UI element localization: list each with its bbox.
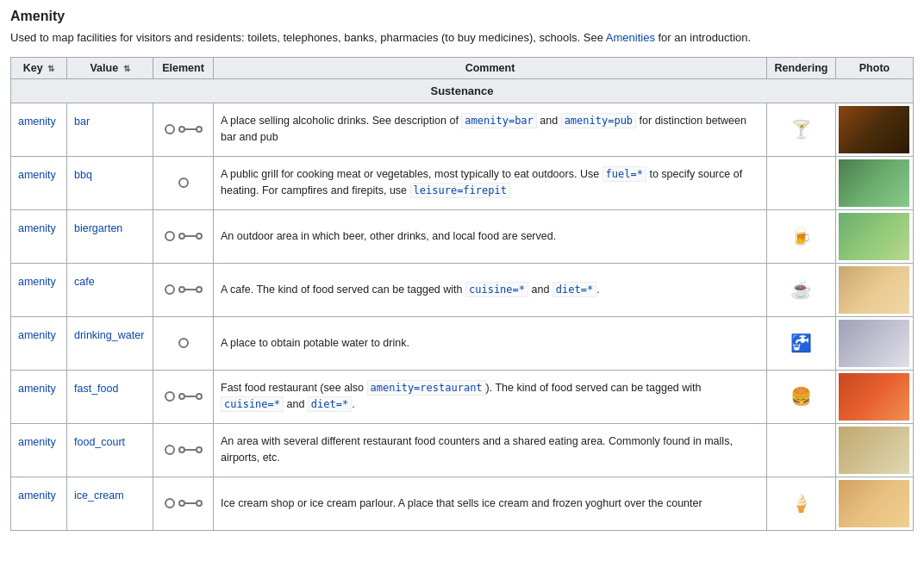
value-cell: cafe [67,263,153,316]
bar-render-icon: 🍸 [790,120,812,139]
fast-food-value-link[interactable]: fast_food [74,383,118,395]
ice-cream-photo [839,480,909,527]
value-cell: ice_cream [67,477,153,530]
table-row: amenity ice_cream Ice cream shop or ice … [11,477,914,530]
rendering-cell [767,423,836,477]
node-icon [165,284,175,295]
drinking-water-photo [839,320,909,367]
value-cell: biergarten [67,209,153,263]
key-cell: amenity [11,316,67,370]
amenity-key-link[interactable]: amenity [18,276,56,288]
element-cell [153,370,214,423]
photo-cell [836,156,914,209]
amenity-key-link[interactable]: amenity [18,383,56,395]
diet-ff-link[interactable]: diet=* [308,396,352,412]
cafe-render-icon: ☕ [790,280,812,299]
page-intro: Used to map facilities for visitors and … [10,29,914,47]
key-cell: amenity [11,370,67,423]
cuisine-ff-link[interactable]: cuisine=* [221,396,284,412]
biergarten-photo [839,213,909,260]
element-cell [153,477,214,530]
amenities-link[interactable]: Amenities [606,31,655,44]
rendering-header: Rendering [767,57,836,78]
amenity-key-link[interactable]: amenity [18,222,56,234]
rendering-cell: ☕ [767,263,836,316]
photo-cell [836,103,914,156]
comment-cell: An area with several different restauran… [214,423,767,477]
ice-cream-value-link[interactable]: ice_cream [74,489,124,502]
node-icon [165,498,175,508]
way-icon [178,390,203,402]
way-icon [178,230,203,242]
element-cell [153,316,214,370]
rendering-cell: 🚰 [767,316,836,370]
table-row: amenity bar A place selling alcoholic dr… [11,103,914,156]
bar-value-link[interactable]: bar [74,115,90,128]
food-court-photo [839,427,909,474]
photo-cell [836,263,914,316]
fuel-link[interactable]: fuel=* [602,166,646,182]
fast-food-render-icon: 🍔 [790,387,812,406]
key-cell: amenity [11,156,67,209]
table-row: amenity cafe A cafe. The kind of food se… [11,263,914,316]
way-icon [178,284,203,296]
value-cell: bbq [67,156,153,209]
drinking-water-render-icon: 🚰 [790,333,812,352]
amenity-restaurant-link[interactable]: amenity=restaurant [367,380,486,396]
section-sustenance: Sustenance [11,78,914,103]
key-sort-icon: ⇅ [47,64,54,73]
key-header[interactable]: Key ⇅ [11,57,67,78]
bbq-value-link[interactable]: bbq [74,169,92,181]
drinking-water-value-link[interactable]: drinking_water [74,329,144,341]
rendering-cell: 🍸 [767,103,836,156]
diet-link[interactable]: diet=* [553,282,596,297]
node-icon [165,231,175,241]
rendering-cell: 🍦 [767,477,836,530]
biergarten-render-icon: 🍺 [790,227,812,246]
node-icon [178,338,189,348]
key-cell: amenity [11,103,67,156]
element-cell [153,156,214,209]
amenity-bar-link[interactable]: amenity=bar [461,113,536,128]
element-cell [153,209,214,263]
way-icon [178,497,203,509]
amenity-pub-link[interactable]: amenity=pub [561,113,636,128]
comment-cell: A place selling alcoholic drinks. See de… [214,103,767,156]
comment-cell: A public grill for cooking meat or veget… [214,156,767,209]
way-icon [178,123,203,135]
food-court-value-link[interactable]: food_court [74,436,125,448]
comment-cell: A cafe. The kind of food served can be t… [214,263,767,316]
leisure-firepit-link[interactable]: leisure=firepit [410,183,510,198]
table-row: amenity biergarten An outdoor area in wh… [11,209,914,263]
amenity-key-link[interactable]: amenity [18,436,56,448]
cafe-photo [839,266,909,314]
ice-cream-render-icon: 🍦 [790,494,812,513]
bar-photo [839,106,909,153]
amenity-key-link[interactable]: amenity [18,115,56,128]
bbq-photo [839,159,909,207]
cafe-value-link[interactable]: cafe [74,276,95,288]
value-cell: fast_food [67,370,153,423]
photo-header: Photo [836,57,914,78]
amenity-key-link[interactable]: amenity [18,329,56,341]
biergarten-value-link[interactable]: biergarten [74,222,122,234]
key-cell: amenity [11,477,67,530]
amenity-key-link[interactable]: amenity [18,169,56,181]
node-icon [178,178,189,188]
key-cell: amenity [11,423,67,477]
value-cell: food_court [67,423,153,477]
page-title: Amenity [10,9,914,24]
key-cell: amenity [11,263,67,316]
rendering-cell: 🍺 [767,209,836,263]
value-header[interactable]: Value ⇅ [67,57,153,78]
value-cell: bar [67,103,153,156]
comment-cell: A place to obtain potable water to drink… [214,316,767,370]
comment-cell: An outdoor area in which beer, other dri… [214,209,767,263]
rendering-cell [767,156,836,209]
node-icon [165,124,175,134]
key-cell: amenity [11,209,67,263]
cuisine-link[interactable]: cuisine=* [465,282,528,297]
rendering-cell: 🍔 [767,370,836,423]
amenity-key-link[interactable]: amenity [18,489,56,502]
photo-cell [836,423,914,477]
